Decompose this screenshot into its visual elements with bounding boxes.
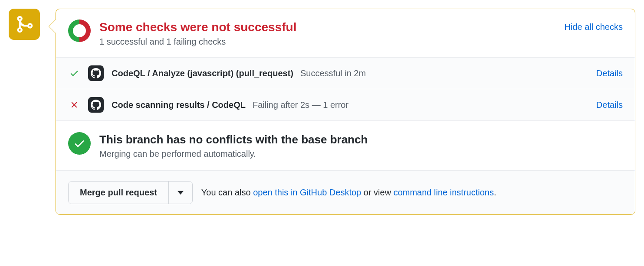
git-merge-icon [15,15,34,34]
check-details-link[interactable]: Details [596,100,623,110]
footer-text-suffix: . [494,188,496,197]
merge-status-title: This branch has no conflicts with the ba… [99,133,368,146]
merge-status-subtitle: Merging can be performed automatically. [99,149,368,159]
status-donut-icon [68,19,91,42]
checks-title: Some checks were not successful [99,20,555,34]
merge-options-dropdown-button[interactable] [168,182,192,204]
github-avatar-icon [88,65,104,81]
success-circle-icon [68,132,91,155]
merge-pull-request-button[interactable]: Merge pull request [69,182,168,204]
merge-panel: Some checks were not successful 1 succes… [56,9,635,215]
caret-down-icon [177,191,184,195]
hide-all-checks-link[interactable]: Hide all checks [564,19,623,32]
footer-text-prefix: You can also [201,188,253,197]
panel-pointer [49,19,56,33]
merge-footer: Merge pull request You can also open thi… [56,171,635,214]
open-in-desktop-link[interactable]: open this in GitHub Desktop [253,188,361,197]
check-details-link[interactable]: Details [596,68,623,78]
merge-button-group: Merge pull request [68,181,193,204]
check-result: Failing after 2s — 1 error [253,100,348,110]
footer-text-mid: or view [361,188,393,197]
check-result: Successful in 2m [300,68,366,78]
merge-footer-text: You can also open this in GitHub Desktop… [201,188,496,198]
check-row: Code scanning results / CodeQL Failing a… [56,89,635,121]
command-line-link[interactable]: command line instructions [394,188,494,197]
checks-subtitle: 1 successful and 1 failing checks [99,37,555,47]
check-name: Code scanning results / CodeQL [112,100,246,110]
checks-summary-section: Some checks were not successful 1 succes… [56,9,635,58]
check-success-icon [68,68,80,78]
check-failure-icon [68,100,80,110]
check-row: CodeQL / Analyze (javascript) (pull_requ… [56,58,635,89]
github-avatar-icon [88,97,104,113]
merge-status-section: This branch has no conflicts with the ba… [56,121,635,171]
merge-status-badge [9,9,40,40]
check-name: CodeQL / Analyze (javascript) (pull_requ… [112,68,293,78]
